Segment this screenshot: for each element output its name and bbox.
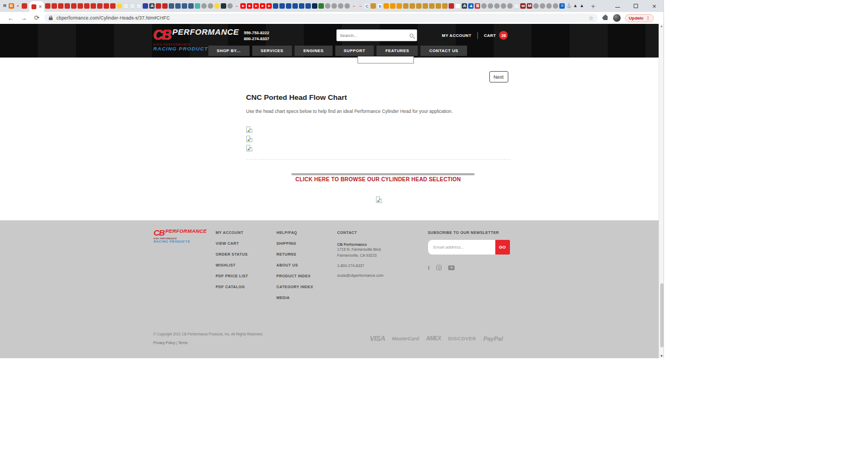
- tab-favicon[interactable]: [514, 3, 519, 9]
- tab-favicon[interactable]: [403, 3, 409, 9]
- tab-favicon[interactable]: [442, 3, 448, 9]
- tab-favicon[interactable]: A: [149, 3, 155, 9]
- tab-favicon[interactable]: [45, 3, 50, 9]
- close-tab-icon[interactable]: ×: [39, 4, 42, 10]
- newsletter-email-input[interactable]: [428, 240, 495, 255]
- tab-favicon[interactable]: [123, 3, 129, 9]
- tab-favicon[interactable]: [279, 3, 285, 9]
- tab-favicon[interactable]: [31, 4, 36, 9]
- tab-favicon[interactable]: ▸: [266, 3, 272, 9]
- tab-favicon[interactable]: [318, 3, 324, 9]
- nav-engines[interactable]: ENGINES: [295, 46, 332, 56]
- tab-favicon[interactable]: [397, 3, 402, 9]
- tab-favicon[interactable]: [488, 3, 493, 9]
- footer-link-help-faq[interactable]: HELP/FAQ: [277, 231, 314, 242]
- tab-favicon[interactable]: [507, 3, 513, 9]
- nav-contact-us[interactable]: CONTACT US: [420, 46, 467, 56]
- nav-shop-by[interactable]: SHOP BY...: [208, 46, 250, 56]
- tab-favicon[interactable]: –: [358, 3, 363, 9]
- forward-icon[interactable]: →: [17, 14, 30, 22]
- tab-favicon[interactable]: [97, 3, 103, 9]
- tab-favicon[interactable]: M: [527, 3, 532, 9]
- new-tab-button[interactable]: +: [591, 2, 595, 10]
- tab-favicon[interactable]: [104, 3, 109, 9]
- chrome-update-button[interactable]: Update ⋮: [625, 14, 654, 22]
- browse-cylinder-heads-link[interactable]: CLICK HERE TO BROWSE OUR CYLINDER HEAD S…: [246, 176, 510, 182]
- footer-link-shipping[interactable]: SHIPPING: [277, 242, 314, 252]
- tab-favicon[interactable]: –: [351, 3, 356, 9]
- footer-link-order-status[interactable]: ORDER STATUS: [216, 252, 248, 263]
- tab-favicon[interactable]: [553, 3, 558, 9]
- tab-favicon[interactable]: [299, 3, 304, 9]
- tab-favicon[interactable]: [501, 3, 506, 9]
- tab-favicon[interactable]: [22, 3, 27, 9]
- page-scrollbar[interactable]: ▲ ▼: [659, 24, 663, 358]
- tab-favicon[interactable]: [78, 3, 83, 9]
- footer-link-my-account[interactable]: MY ACCOUNT: [216, 231, 248, 242]
- tab-favicon[interactable]: –: [234, 3, 239, 9]
- scroll-up-icon[interactable]: ▲: [659, 24, 663, 28]
- tab-favicon[interactable]: w: [520, 3, 526, 9]
- contact-email-link[interactable]: susie@cbperformance.com: [337, 274, 384, 277]
- tab-favicon[interactable]: [292, 3, 298, 9]
- footer-logo[interactable]: CBPERFORMANCE HIGH PERFORMANCE RACING PR…: [154, 228, 219, 243]
- cart-count-badge[interactable]: 28: [499, 31, 508, 40]
- tab-favicon[interactable]: [130, 3, 135, 9]
- tab-favicon[interactable]: [312, 3, 317, 9]
- tab-favicon[interactable]: [449, 3, 454, 9]
- tab-favicon[interactable]: [71, 3, 76, 9]
- tab-favicon[interactable]: ▲: [572, 3, 578, 9]
- tab-favicon[interactable]: [136, 3, 142, 9]
- tab-favicon[interactable]: [338, 3, 343, 9]
- tab-favicon[interactable]: [221, 3, 226, 9]
- minimize-button[interactable]: [608, 0, 627, 12]
- footer-link-pdf-price-list[interactable]: PDF PRICE LIST: [216, 274, 248, 285]
- active-tab[interactable]: ×: [29, 1, 44, 12]
- tab-favicon[interactable]: ▲: [579, 3, 584, 9]
- tab-favicon[interactable]: A: [462, 3, 467, 9]
- facebook-icon[interactable]: f: [428, 264, 430, 271]
- tab-favicon[interactable]: [305, 3, 311, 9]
- tab-favicon[interactable]: [286, 3, 291, 9]
- tab-favicon[interactable]: ≡: [559, 3, 565, 9]
- profile-avatar[interactable]: [613, 14, 621, 22]
- tab-favicon[interactable]: [481, 3, 487, 9]
- cart-link[interactable]: CART: [484, 33, 496, 38]
- tab-favicon[interactable]: ▲: [468, 3, 474, 9]
- tab-favicon[interactable]: •: [15, 3, 21, 9]
- footer-link-category-index[interactable]: CATEGORY INDEX: [277, 285, 314, 296]
- tab-favicon[interactable]: [331, 3, 337, 9]
- bookmark-star-icon[interactable]: ☆: [589, 15, 593, 21]
- tab-favicon[interactable]: [143, 3, 148, 9]
- tab-favicon[interactable]: [371, 3, 376, 9]
- tab-favicon[interactable]: [410, 3, 415, 9]
- tab-favicon[interactable]: ▸: [247, 3, 252, 9]
- footer-link-view-cart[interactable]: VIEW CART: [216, 242, 248, 252]
- tab-favicon[interactable]: [436, 3, 441, 9]
- nav-support[interactable]: SUPPORT: [335, 46, 374, 56]
- legal-link-privacy-policy[interactable]: Privacy Policy: [154, 341, 175, 345]
- instagram-icon[interactable]: [436, 265, 442, 270]
- tab-favicon[interactable]: [84, 3, 90, 9]
- tab-favicon[interactable]: [169, 3, 174, 9]
- tab-favicon[interactable]: [423, 3, 428, 9]
- footer-link-product-index[interactable]: PRODUCT INDEX: [277, 274, 314, 285]
- footer-link-wishlist[interactable]: WISHLIST: [216, 263, 248, 274]
- horizontal-scrollbar-thumb[interactable]: [291, 173, 475, 175]
- next-button[interactable]: Next: [489, 71, 508, 82]
- scroll-down-icon[interactable]: ▼: [659, 354, 663, 358]
- tab-favicon[interactable]: C: [364, 3, 369, 9]
- close-window-button[interactable]: ×: [645, 0, 663, 12]
- nav-features[interactable]: FEATURES: [376, 46, 418, 56]
- tab-favicon[interactable]: [325, 3, 330, 9]
- tab-favicon[interactable]: [188, 3, 194, 9]
- search-icon[interactable]: [410, 34, 413, 37]
- tab-favicon[interactable]: [540, 3, 545, 9]
- tab-favicon[interactable]: [429, 3, 435, 9]
- tab-favicon[interactable]: [546, 3, 552, 9]
- tab-favicon[interactable]: [195, 3, 200, 9]
- tab-favicon[interactable]: ▸: [260, 3, 265, 9]
- back-icon[interactable]: ←: [4, 14, 17, 22]
- tab-favicon[interactable]: [344, 3, 350, 9]
- tab-favicon[interactable]: ▸: [253, 3, 259, 9]
